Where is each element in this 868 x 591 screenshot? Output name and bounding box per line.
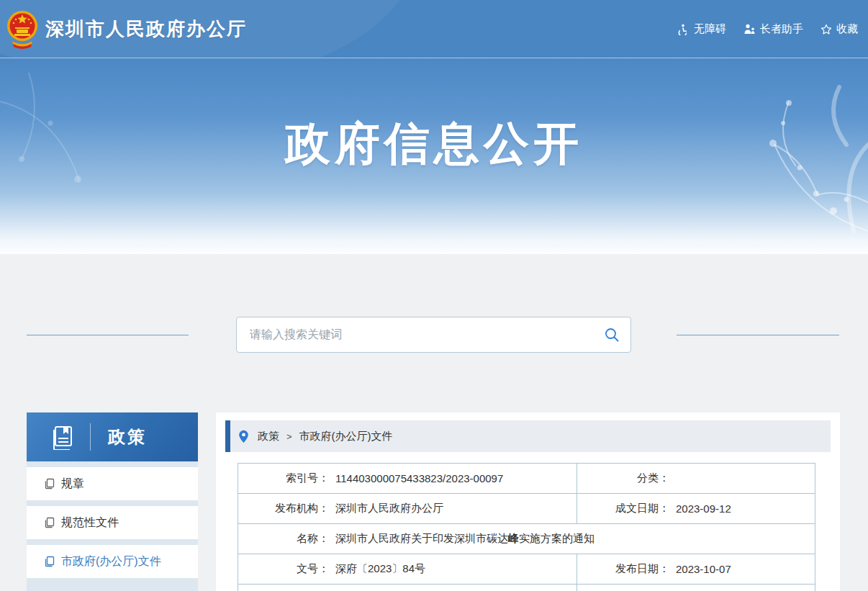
elder-helper-link[interactable]: 长者助手 <box>743 22 803 36</box>
publish-date-value: 2023-10-07 <box>676 563 731 575</box>
publish-date-cell: 发布日期： 2023-10-07 <box>577 554 815 584</box>
publisher-label: 发布机构： <box>238 502 329 515</box>
table-row-doc-number: 文号： 深府〔2023〕84号 发布日期： 2023-10-07 <box>238 554 815 584</box>
document-panel: 政策 > 市政府(办公厅)文件 索引号： 114403000075433823/… <box>216 412 840 591</box>
decorative-line-right <box>677 335 839 335</box>
written-date-value: 2023-09-12 <box>676 502 731 515</box>
accessibility-link[interactable]: 无障碍 <box>678 22 726 36</box>
sidebar-item-label: 规范性文件 <box>61 515 119 531</box>
search-icon <box>604 327 620 343</box>
breadcrumb-root[interactable]: 政策 <box>258 430 279 443</box>
written-date-cell: 成文日期： 2023-09-12 <box>577 494 815 523</box>
top-header-bar: 深圳市人民政府办公厅 无障碍 长者助手 收藏 <box>0 0 868 58</box>
table-row-partial <box>238 584 815 591</box>
document-icon <box>44 556 55 567</box>
name-text-after: 实施方案的通知 <box>519 532 595 544</box>
publish-date-label: 发布日期： <box>577 562 669 576</box>
page-banner: 政府信息公开 <box>0 58 868 254</box>
sidebar-header: 政策 <box>27 412 198 461</box>
table-row-name: 名称： 深圳市人民政府关于印发深圳市碳达峰实施方案的通知 <box>238 523 815 554</box>
name-text-before: 深圳市人民政府关于印发深圳市碳达 <box>335 532 508 544</box>
sidebar-item-label: 规章 <box>61 477 84 492</box>
sidebar-header-divider <box>90 423 91 451</box>
partial-cell-left <box>238 585 577 591</box>
sidebar-item-normative-documents[interactable]: 规范性文件 <box>27 506 198 539</box>
name-label: 名称： <box>238 532 329 546</box>
accessibility-label: 无障碍 <box>694 22 726 36</box>
breadcrumb-current: 市政府(办公厅)文件 <box>299 430 393 443</box>
elder-helper-label: 长者助手 <box>760 22 803 36</box>
index-cell: 索引号： 114403000075433823/2023-00097 <box>238 464 577 493</box>
document-meta-table: 索引号： 114403000075433823/2023-00097 分类： 发… <box>238 463 815 591</box>
banner-title: 政府信息公开 <box>0 58 868 175</box>
publisher-cell: 发布机构： 深圳市人民政府办公厅 <box>238 494 577 523</box>
favorite-link[interactable]: 收藏 <box>820 22 858 36</box>
category-label: 分类： <box>577 472 669 485</box>
main-content-area: 政策 规章 规范性文件 市政府(办公厅)文件 <box>0 254 868 591</box>
table-row-publisher: 发布机构： 深圳市人民政府办公厅 成文日期： 2023-09-12 <box>238 493 815 523</box>
doc-number-value: 深府〔2023〕84号 <box>335 562 425 576</box>
search-button[interactable] <box>593 317 630 352</box>
sidebar-item-label: 市政府(办公厅)文件 <box>61 554 161 569</box>
breadcrumb: 政策 > 市政府(办公厅)文件 <box>225 420 831 452</box>
policy-sidebar: 政策 规章 规范性文件 市政府(办公厅)文件 <box>27 412 198 591</box>
search-input[interactable] <box>237 328 593 341</box>
publisher-value: 深圳市人民政府办公厅 <box>335 502 443 515</box>
document-name: 深圳市人民政府关于印发深圳市碳达峰实施方案的通知 <box>335 532 595 546</box>
favorite-label: 收藏 <box>836 22 858 36</box>
utility-links: 无障碍 长者助手 收藏 <box>678 0 858 58</box>
doc-number-cell: 文号： 深府〔2023〕84号 <box>238 554 577 584</box>
search-box <box>236 317 631 353</box>
book-icon <box>50 424 76 450</box>
doc-number-label: 文号： <box>238 562 329 576</box>
sidebar-item-regulations[interactable]: 规章 <box>27 467 198 500</box>
location-pin-icon <box>238 430 249 443</box>
category-cell: 分类： <box>577 464 815 493</box>
document-icon <box>44 517 55 528</box>
index-label: 索引号： <box>238 472 329 485</box>
document-icon <box>44 478 55 490</box>
star-icon <box>820 24 832 35</box>
national-emblem-logo <box>6 9 38 50</box>
written-date-label: 成文日期： <box>577 502 669 515</box>
breadcrumb-accent-bar <box>225 420 230 452</box>
site-title: 深圳市人民政府办公厅 <box>45 0 247 58</box>
elder-helper-icon <box>743 24 756 35</box>
sidebar-title: 政策 <box>108 425 147 448</box>
partial-cell-right <box>577 585 815 591</box>
decorative-line-left <box>27 335 189 335</box>
breadcrumb-separator: > <box>286 431 292 442</box>
name-text-highlight: 峰 <box>508 532 519 544</box>
sidebar-item-municipal-government-documents[interactable]: 市政府(办公厅)文件 <box>27 545 198 578</box>
name-cell: 名称： 深圳市人民政府关于印发深圳市碳达峰实施方案的通知 <box>238 524 815 554</box>
accessibility-icon <box>678 24 690 35</box>
index-value: 114403000075433823/2023-00097 <box>335 472 503 484</box>
table-row-index: 索引号： 114403000075433823/2023-00097 分类： <box>238 464 815 493</box>
